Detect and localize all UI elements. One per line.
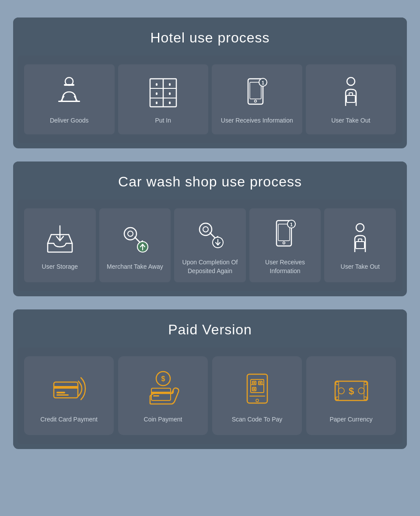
hotel-section-title: Hotel use process bbox=[22, 30, 398, 46]
svg-rect-68 bbox=[253, 382, 255, 384]
svg-point-19 bbox=[255, 100, 257, 102]
carwash-user-take-out-label: User Take Out bbox=[341, 263, 380, 271]
paid-credit-card-label: Credit Card Payment bbox=[40, 415, 98, 424]
paid-section-title: Paid Version bbox=[22, 322, 398, 338]
paid-scan-code-label: Scan Code To Pay bbox=[232, 415, 283, 424]
carwash-item-merchant-take-away: Merchant Take Away bbox=[99, 208, 171, 282]
svg-rect-70 bbox=[259, 382, 261, 384]
svg-point-40 bbox=[203, 227, 208, 232]
phone-notification-icon: 1 bbox=[239, 75, 274, 110]
carwash-section-header: Car wash shop use process bbox=[13, 161, 407, 200]
locker-icon bbox=[146, 75, 181, 110]
paid-coin-payment-label: Coin Payment bbox=[144, 415, 182, 424]
svg-point-74 bbox=[256, 399, 259, 402]
svg-rect-16 bbox=[169, 102, 171, 104]
carwash-item-user-take-out: User Take Out bbox=[324, 208, 396, 282]
svg-point-23 bbox=[347, 77, 355, 85]
paid-item-paper-currency: $ Paper Currency bbox=[306, 356, 396, 435]
svg-rect-82 bbox=[364, 382, 367, 385]
svg-point-32 bbox=[124, 228, 136, 240]
carwash-item-user-storage: User Storage bbox=[24, 208, 96, 282]
svg-rect-72 bbox=[253, 388, 255, 390]
carwash-user-receives-label: User Receives Information bbox=[254, 258, 317, 275]
person-box-2-icon bbox=[343, 221, 378, 256]
svg-rect-11 bbox=[156, 83, 158, 86]
carwash-item-user-receives: 1 User Receives Information bbox=[249, 208, 321, 282]
svg-point-48 bbox=[283, 242, 285, 244]
svg-text:$: $ bbox=[161, 375, 165, 383]
paid-item-scan-code: Scan Code To Pay bbox=[212, 356, 302, 435]
svg-rect-15 bbox=[169, 92, 171, 95]
svg-point-51 bbox=[356, 224, 364, 232]
svg-rect-83 bbox=[336, 397, 339, 400]
svg-rect-84 bbox=[364, 397, 367, 400]
svg-point-78 bbox=[358, 388, 364, 394]
svg-rect-62 bbox=[153, 395, 159, 397]
hotel-deliver-goods-label: Deliver Goods bbox=[50, 116, 89, 125]
hotel-item-put-in: Put In bbox=[118, 64, 209, 134]
coin-payment-icon: $ bbox=[144, 369, 183, 408]
svg-rect-13 bbox=[156, 102, 158, 104]
svg-point-77 bbox=[338, 388, 344, 394]
person-box-icon bbox=[333, 75, 368, 110]
hotel-user-take-out-label: User Take Out bbox=[331, 116, 370, 125]
carwash-user-storage-label: User Storage bbox=[42, 263, 78, 271]
delivery-person-icon bbox=[52, 75, 87, 110]
credit-card-icon bbox=[49, 369, 89, 408]
svg-rect-81 bbox=[336, 382, 339, 385]
svg-text:$: $ bbox=[348, 386, 354, 397]
hotel-items-row: Deliver Goods bbox=[18, 56, 402, 143]
svg-text:1: 1 bbox=[262, 80, 264, 85]
hotel-user-receives-label: User Receives Information bbox=[221, 116, 293, 125]
carwash-items-row: User Storage M bbox=[18, 200, 402, 291]
paid-section: Paid Version Credit Card Payment bbox=[13, 309, 407, 449]
svg-rect-60 bbox=[151, 388, 171, 400]
hotel-section-header: Hotel use process bbox=[13, 18, 407, 56]
carwash-section-title: Car wash shop use process bbox=[22, 174, 398, 190]
hotel-section: Hotel use process Delive bbox=[13, 18, 407, 148]
hotel-item-user-take-out: User Take Out bbox=[306, 64, 396, 134]
carwash-merchant-take-away-label: Merchant Take Away bbox=[107, 263, 163, 271]
svg-rect-12 bbox=[156, 92, 158, 95]
svg-point-33 bbox=[128, 231, 133, 236]
carwash-section: Car wash shop use process bbox=[13, 161, 407, 296]
key-up-icon bbox=[117, 221, 152, 256]
svg-rect-24 bbox=[346, 95, 355, 102]
svg-rect-59 bbox=[56, 394, 69, 396]
scan-code-icon bbox=[238, 369, 277, 408]
svg-rect-1 bbox=[64, 84, 74, 86]
key-down-icon bbox=[192, 217, 228, 252]
inbox-down-icon bbox=[42, 221, 77, 256]
hotel-item-user-receives: 1 User Receives Information bbox=[212, 64, 302, 134]
carwash-item-upon-completion: Upon Completion Of Deposited Again bbox=[174, 208, 246, 282]
hotel-item-deliver-goods: Deliver Goods bbox=[24, 64, 115, 134]
paid-paper-currency-label: Paper Currency bbox=[329, 415, 372, 424]
paid-items-row: Credit Card Payment $ bbox=[18, 348, 402, 444]
svg-rect-52 bbox=[356, 242, 364, 249]
paid-item-credit-card: Credit Card Payment bbox=[24, 356, 114, 435]
phone-notification-2-icon: 1 bbox=[268, 217, 303, 252]
hotel-put-in-label: Put In bbox=[155, 116, 171, 125]
paid-item-coin-payment: $ Coin Payment bbox=[118, 356, 208, 435]
svg-rect-65 bbox=[247, 374, 267, 403]
paid-section-header: Paid Version bbox=[13, 309, 407, 348]
svg-point-39 bbox=[200, 223, 212, 235]
carwash-upon-completion-label: Upon Completion Of Deposited Again bbox=[178, 258, 242, 275]
svg-rect-14 bbox=[169, 83, 171, 86]
svg-line-29 bbox=[69, 235, 72, 243]
svg-rect-58 bbox=[56, 392, 65, 393]
svg-text:1: 1 bbox=[290, 222, 293, 227]
svg-line-28 bbox=[48, 235, 51, 243]
paper-currency-icon: $ bbox=[332, 369, 371, 408]
